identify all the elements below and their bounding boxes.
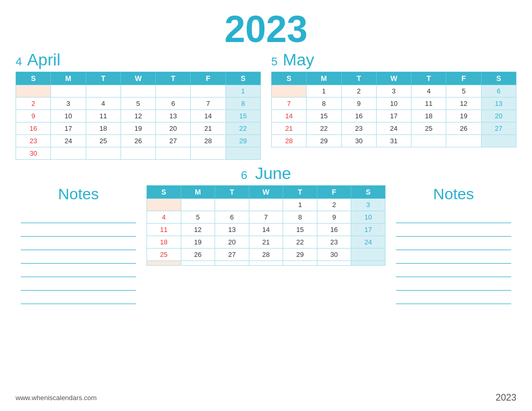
april-cell: 20 [156,122,191,135]
june-cell: 5 [181,211,215,224]
june-cell: 8 [283,211,317,224]
notes-left-title: Notes [21,185,136,203]
may-cell [411,135,446,147]
notes-line[interactable] [396,223,511,237]
may-number: 5 [271,55,277,68]
table-row: 30 [16,147,261,160]
april-cell: 4 [86,98,121,110]
june-cell: 1 [283,199,317,211]
june-cell: 11 [147,224,181,236]
april-cell: 19 [121,122,155,135]
april-cell [51,147,86,160]
april-cell: 6 [156,98,191,110]
may-cell: 22 [307,122,341,135]
april-header-m: M [51,72,86,85]
june-header: 6 June [16,164,516,183]
notes-line[interactable] [396,264,511,277]
table-row: 21 22 23 24 25 26 27 [272,122,516,135]
april-cell: 21 [191,122,225,135]
june-cell: 19 [181,236,215,249]
june-cell: 27 [215,249,249,261]
april-cell: 30 [16,147,51,160]
june-cell: 24 [351,236,385,249]
may-cell [272,85,307,98]
may-cell: 29 [307,135,341,147]
notes-line[interactable] [396,210,511,223]
june-cell [215,199,249,211]
may-name: May [283,50,314,70]
june-cell: 22 [283,236,317,249]
footer: www.wheniscalendars.com 2023 [16,390,516,403]
june-cell [181,199,215,211]
june-cell [351,249,385,261]
table-row: 9 10 11 12 13 14 15 [16,110,261,122]
table-row [147,261,385,266]
may-cell: 10 [376,98,411,110]
may-cell: 25 [411,122,446,135]
may-cell: 24 [376,122,411,135]
june-table: S M T W T F S [147,185,385,266]
notes-line[interactable] [21,250,136,264]
june-cell: 10 [351,211,385,224]
june-cell [283,261,317,266]
may-table: S M T W T F S 1 2 3 4 [271,72,516,147]
june-cell [147,199,181,211]
notes-line[interactable] [21,223,136,237]
may-header-t1: T [341,72,376,85]
notes-line[interactable] [396,237,511,250]
june-cell: 26 [181,249,215,261]
april-cell: 11 [86,110,121,122]
may-cell: 5 [446,85,481,98]
june-cell: 9 [317,211,351,224]
june-header-f: F [317,186,351,199]
june-cell: 6 [215,211,249,224]
may-cell [446,135,481,147]
april-cell: 27 [156,135,191,147]
june-calendar: S M T W T F S [147,185,385,266]
notes-line[interactable] [21,237,136,250]
notes-line[interactable] [21,210,136,223]
may-cell: 30 [341,135,376,147]
june-cell: 13 [215,224,249,236]
notes-line[interactable] [21,291,136,304]
june-cell [181,261,215,266]
april-cell: 1 [225,85,260,98]
may-header: 5 May [271,50,516,70]
may-cell: 3 [376,85,411,98]
april-cell: 5 [121,98,155,110]
table-row: 4 5 6 7 8 9 10 [147,211,385,224]
notes-line[interactable] [396,250,511,264]
notes-line[interactable] [21,277,136,291]
april-cell: 23 [16,135,51,147]
april-cell: 14 [191,110,225,122]
april-number: 4 [16,55,22,68]
footer-year: 2023 [496,392,516,403]
may-header-f: F [446,72,481,85]
june-cell [249,261,283,266]
notes-line[interactable] [21,264,136,277]
june-cell: 25 [147,249,181,261]
table-row: 25 26 27 28 29 30 [147,249,385,261]
june-cell [351,261,385,266]
april-header-w: W [121,72,155,85]
notes-line[interactable] [396,291,511,304]
june-cell: 30 [317,249,351,261]
may-header-t2: T [411,72,446,85]
april-cell: 16 [16,122,51,135]
june-number: 6 [241,169,247,182]
table-row: 16 17 18 19 20 21 22 [16,122,261,135]
may-cell: 16 [341,110,376,122]
june-cell: 12 [181,224,215,236]
table-row: 1 [16,85,261,98]
may-cell: 27 [481,122,516,135]
may-cell: 20 [481,110,516,122]
table-row: 2 3 4 5 6 7 8 [16,98,261,110]
june-cell: 28 [249,249,283,261]
may-cell: 1 [307,85,341,98]
april-cell: 15 [225,110,260,122]
notes-line[interactable] [396,277,511,291]
may-cell: 31 [376,135,411,147]
april-cell [86,85,121,98]
june-name: June [255,164,291,183]
june-cell: 3 [351,199,385,211]
